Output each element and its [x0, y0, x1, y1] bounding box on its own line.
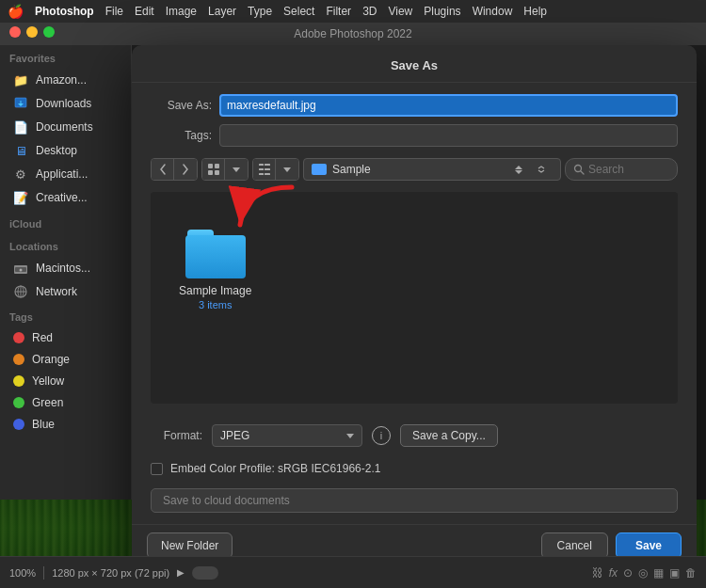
- sidebar-item-label: Downloads: [36, 97, 91, 110]
- sidebar-item-tag-yellow[interactable]: Yellow: [4, 371, 127, 391]
- size-arrow[interactable]: ▶: [177, 567, 185, 578]
- favorites-label: Favorites: [0, 45, 131, 68]
- menu-select[interactable]: Select: [283, 5, 314, 18]
- embed-checkbox[interactable]: [151, 463, 163, 475]
- up-arrow: [515, 166, 522, 169]
- save-copy-button[interactable]: Save a Copy...: [400, 424, 498, 447]
- menu-edit[interactable]: Edit: [135, 5, 154, 18]
- footer-buttons: Cancel Save: [541, 532, 682, 559]
- maximize-button[interactable]: [43, 26, 55, 38]
- svg-rect-11: [215, 170, 219, 175]
- forward-button[interactable]: [174, 159, 197, 180]
- menu-plugins[interactable]: Plugins: [424, 5, 460, 18]
- save-as-input[interactable]: [219, 94, 678, 117]
- bottom-tools: ⛓ fx ⊙ ◎ ▦ ▣ 🗑: [592, 566, 697, 580]
- applications-icon: ⚙: [13, 167, 28, 182]
- list-dropdown-arrow[interactable]: [276, 159, 298, 180]
- file-area: Sample Image 3 items: [151, 192, 678, 404]
- menu-image[interactable]: Image: [166, 5, 197, 18]
- sidebar-item-tag-green[interactable]: Green: [4, 392, 127, 413]
- sidebar-item-documents[interactable]: 📄 Documents: [4, 116, 127, 138]
- traffic-lights: [9, 26, 55, 38]
- sidebar-item-creative[interactable]: 📝 Creative...: [4, 186, 127, 209]
- search-box: [565, 158, 678, 181]
- format-select[interactable]: JPEG: [212, 424, 362, 447]
- folder-name: Sample Image: [179, 284, 251, 297]
- mask-icon[interactable]: ▣: [669, 566, 680, 580]
- tag-label: Green: [32, 396, 63, 409]
- tag-label: Red: [32, 331, 53, 344]
- cancel-button[interactable]: Cancel: [541, 532, 608, 559]
- icon-view-button[interactable]: [202, 159, 225, 180]
- info-button[interactable]: i: [372, 426, 391, 445]
- sidebar-item-downloads[interactable]: Downloads: [4, 92, 127, 115]
- menu-layer[interactable]: Layer: [208, 5, 236, 18]
- sidebar-item-tag-red[interactable]: Red: [4, 327, 127, 348]
- menu-file[interactable]: File: [105, 5, 123, 18]
- circle-icon[interactable]: ⊙: [623, 566, 633, 580]
- save-button[interactable]: Save: [616, 532, 682, 559]
- fx-label[interactable]: fx: [609, 566, 618, 580]
- dialog-body: Save As: Tags:: [132, 83, 697, 524]
- tag-label: Blue: [32, 418, 55, 431]
- menubar: 🍎 Photoshop File Edit Image Layer Type S…: [0, 0, 706, 23]
- location-name: Sample: [332, 163, 509, 176]
- expand-button[interactable]: [530, 159, 553, 180]
- format-row: Format: JPEG i Save a Copy...: [151, 419, 678, 453]
- apple-menu[interactable]: 🍎: [8, 4, 24, 19]
- view-dropdown-arrow[interactable]: [225, 159, 248, 180]
- svg-rect-17: [265, 173, 270, 175]
- svg-rect-12: [259, 164, 264, 166]
- menu-3d[interactable]: 3D: [362, 5, 377, 18]
- sidebar-item-desktop[interactable]: 🖥 Desktop: [4, 139, 127, 162]
- tag-label: Yellow: [32, 374, 64, 388]
- tags-row: Tags:: [151, 124, 678, 147]
- format-label: Format:: [151, 429, 202, 442]
- sidebar-item-tag-blue[interactable]: Blue: [4, 414, 127, 435]
- sidebar-item-amazon[interactable]: 📁 Amazon...: [4, 69, 127, 91]
- menu-window[interactable]: Window: [473, 5, 513, 18]
- sidebar-item-label: Macintos...: [36, 262, 90, 275]
- search-input[interactable]: [588, 163, 664, 176]
- sidebar-item-label: Applicati...: [36, 167, 88, 181]
- sidebar-item-network[interactable]: Network: [4, 280, 127, 303]
- link-icon[interactable]: ⛓: [592, 566, 603, 580]
- tags-input[interactable]: [219, 124, 678, 147]
- cloud-save-button[interactable]: Save to cloud documents: [151, 488, 678, 513]
- svg-point-3: [20, 269, 23, 272]
- new-folder-button[interactable]: New Folder: [147, 532, 233, 559]
- network-icon: [13, 284, 28, 299]
- minimize-button[interactable]: [26, 26, 38, 38]
- location-selector[interactable]: Sample: [303, 158, 561, 181]
- svg-rect-16: [259, 173, 264, 175]
- sidebar-item-label: Network: [36, 285, 77, 298]
- menu-view[interactable]: View: [388, 5, 412, 18]
- menu-filter[interactable]: Filter: [326, 5, 351, 18]
- location-arrows: [515, 166, 522, 174]
- menu-type[interactable]: Type: [248, 5, 272, 18]
- list-view-btn-group: [252, 158, 299, 181]
- disk-icon: [13, 261, 28, 276]
- timeline-toggle[interactable]: [192, 566, 218, 580]
- sidebar-item-label: Creative...: [36, 191, 88, 204]
- bg-titlebar: Adobe Photoshop 2022: [0, 23, 706, 45]
- icloud-label: iCloud: [0, 211, 131, 233]
- sidebar-item-tag-orange[interactable]: Orange: [4, 349, 127, 370]
- menu-help[interactable]: Help: [523, 5, 547, 18]
- list-view-button[interactable]: [253, 159, 276, 180]
- layers-icon[interactable]: ▦: [653, 566, 664, 580]
- sidebar-item-applications[interactable]: ⚙ Applicati...: [4, 163, 127, 185]
- back-button[interactable]: [152, 159, 174, 180]
- compass-icon[interactable]: ◎: [638, 566, 648, 580]
- dialog-title: Save As: [132, 45, 697, 83]
- close-button[interactable]: [9, 26, 21, 38]
- nav-btn-group: [151, 158, 198, 181]
- svg-rect-13: [265, 164, 270, 166]
- save-as-row: Save As:: [151, 94, 678, 117]
- sidebar-item-macintosh[interactable]: Macintos...: [4, 257, 127, 279]
- folder-item[interactable]: Sample Image 3 items: [179, 230, 251, 310]
- trash-icon[interactable]: 🗑: [685, 566, 697, 580]
- tags-label: Tags: [0, 304, 131, 326]
- sidebar-item-label: Documents: [36, 120, 93, 134]
- save-as-dialog: Save As Save As: Tags:: [132, 45, 697, 572]
